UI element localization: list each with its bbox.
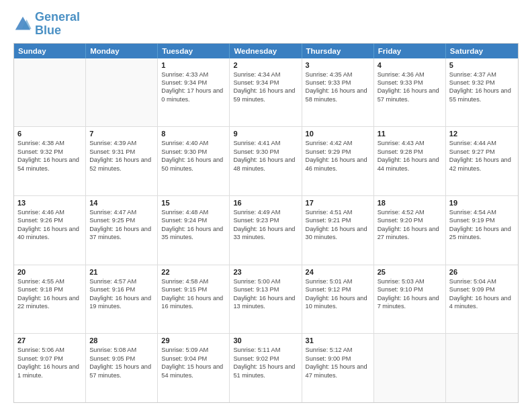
cell-info: Daylight: 16 hours and 46 minutes. [306, 156, 370, 173]
calendar-day-12: 12Sunrise: 4:44 AMSunset: 9:27 PMDayligh… [446, 127, 518, 195]
calendar-day-6: 6Sunrise: 4:38 AMSunset: 9:32 PMDaylight… [14, 127, 86, 195]
cell-info: Daylight: 16 hours and 50 minutes. [161, 156, 226, 173]
day-number: 29 [161, 336, 226, 345]
calendar-day-empty [374, 334, 446, 402]
cell-info: Daylight: 16 hours and 7 minutes. [378, 294, 442, 311]
calendar-day-4: 4Sunrise: 4:36 AMSunset: 9:33 PMDaylight… [374, 58, 446, 127]
cell-info: Sunrise: 4:39 AM [89, 139, 154, 147]
cell-info: Daylight: 16 hours and 44 minutes. [378, 156, 442, 173]
cell-info: Daylight: 16 hours and 33 minutes. [233, 225, 298, 242]
calendar-day-13: 13Sunrise: 4:46 AMSunset: 9:26 PMDayligh… [14, 196, 86, 265]
day-number: 16 [233, 199, 298, 207]
cell-info: Daylight: 16 hours and 52 minutes. [89, 156, 154, 173]
cell-info: Sunset: 9:31 PM [89, 148, 154, 156]
cell-info: Sunset: 9:24 PM [161, 216, 226, 224]
cell-info: Sunset: 9:18 PM [17, 285, 82, 293]
cell-info: Sunset: 9:07 PM [17, 355, 82, 363]
cell-info: Sunset: 9:09 PM [449, 285, 515, 293]
day-number: 28 [89, 336, 154, 345]
cell-info: Sunset: 9:33 PM [306, 79, 370, 87]
calendar-day-23: 23Sunrise: 5:00 AMSunset: 9:13 PMDayligh… [230, 265, 302, 334]
day-number: 1 [161, 61, 226, 69]
cell-info: Daylight: 16 hours and 42 minutes. [449, 156, 515, 173]
cell-info: Sunset: 9:32 PM [449, 79, 515, 87]
header-day-tuesday: Tuesday [158, 44, 230, 58]
cell-info: Daylight: 16 hours and 37 minutes. [89, 225, 154, 242]
cell-info: Sunrise: 4:49 AM [233, 208, 298, 216]
cell-info: Sunrise: 4:44 AM [449, 139, 515, 147]
logo: General Blue [13, 11, 80, 38]
cell-info: Sunset: 9:34 PM [161, 79, 226, 87]
day-number: 27 [17, 336, 82, 345]
day-number: 9 [233, 130, 298, 138]
cell-info: Sunrise: 4:34 AM [233, 71, 298, 79]
day-number: 6 [17, 130, 82, 138]
calendar-day-14: 14Sunrise: 4:47 AMSunset: 9:25 PMDayligh… [86, 196, 158, 265]
calendar-day-29: 29Sunrise: 5:09 AMSunset: 9:04 PMDayligh… [158, 334, 230, 402]
cell-info: Daylight: 15 hours and 47 minutes. [306, 363, 370, 379]
cell-info: Daylight: 16 hours and 22 minutes. [17, 294, 82, 311]
calendar-week-1: 1Sunrise: 4:33 AMSunset: 9:34 PMDaylight… [14, 58, 518, 128]
cell-info: Sunrise: 4:43 AM [378, 139, 442, 147]
day-number: 2 [233, 61, 298, 69]
calendar-week-3: 13Sunrise: 4:46 AMSunset: 9:26 PMDayligh… [14, 196, 518, 265]
day-number: 30 [233, 336, 298, 345]
cell-info: Sunset: 9:04 PM [161, 355, 226, 363]
day-number: 31 [306, 336, 370, 345]
cell-info: Sunrise: 4:55 AM [17, 277, 82, 285]
cell-info: Sunrise: 4:38 AM [17, 139, 82, 147]
day-number: 23 [233, 268, 298, 276]
calendar-day-16: 16Sunrise: 4:49 AMSunset: 9:23 PMDayligh… [230, 196, 302, 265]
calendar-day-empty [86, 58, 158, 127]
day-number: 7 [89, 130, 154, 138]
cell-info: Daylight: 16 hours and 1 minute. [17, 363, 82, 379]
cell-info: Daylight: 16 hours and 55 minutes. [449, 87, 515, 103]
page: General Blue SundayMondayTuesdayWednesda… [0, 0, 532, 411]
calendar-day-24: 24Sunrise: 5:01 AMSunset: 9:12 PMDayligh… [302, 265, 374, 334]
calendar-day-17: 17Sunrise: 4:51 AMSunset: 9:21 PMDayligh… [302, 196, 374, 265]
header-day-saturday: Saturday [446, 44, 518, 58]
calendar: SundayMondayTuesdayWednesdayThursdayFrid… [13, 43, 519, 403]
cell-info: Daylight: 16 hours and 16 minutes. [161, 294, 226, 311]
calendar-day-empty [446, 334, 518, 402]
cell-info: Daylight: 16 hours and 4 minutes. [449, 294, 515, 311]
calendar-day-empty [14, 58, 86, 127]
cell-info: Daylight: 17 hours and 0 minutes. [161, 87, 226, 103]
cell-info: Daylight: 16 hours and 30 minutes. [306, 225, 370, 242]
cell-info: Sunrise: 5:12 AM [306, 346, 370, 354]
calendar-week-5: 27Sunrise: 5:06 AMSunset: 9:07 PMDayligh… [14, 334, 518, 402]
cell-info: Daylight: 15 hours and 54 minutes. [161, 363, 226, 379]
day-number: 20 [17, 268, 82, 276]
calendar-day-25: 25Sunrise: 5:03 AMSunset: 9:10 PMDayligh… [374, 265, 446, 334]
cell-info: Sunset: 9:30 PM [233, 148, 298, 156]
cell-info: Sunset: 9:00 PM [306, 355, 370, 363]
cell-info: Sunrise: 4:52 AM [378, 208, 442, 216]
calendar-day-3: 3Sunrise: 4:35 AMSunset: 9:33 PMDaylight… [302, 58, 374, 127]
calendar-day-5: 5Sunrise: 4:37 AMSunset: 9:32 PMDaylight… [446, 58, 518, 127]
calendar-day-8: 8Sunrise: 4:40 AMSunset: 9:30 PMDaylight… [158, 127, 230, 195]
day-number: 3 [306, 61, 370, 69]
cell-info: Sunset: 9:23 PM [233, 216, 298, 224]
calendar-day-21: 21Sunrise: 4:57 AMSunset: 9:16 PMDayligh… [86, 265, 158, 334]
cell-info: Sunrise: 4:47 AM [89, 208, 154, 216]
cell-info: Daylight: 16 hours and 57 minutes. [378, 87, 442, 103]
cell-info: Sunset: 9:27 PM [449, 148, 515, 156]
cell-info: Daylight: 16 hours and 58 minutes. [306, 87, 370, 103]
day-number: 13 [17, 199, 82, 207]
calendar-day-18: 18Sunrise: 4:52 AMSunset: 9:20 PMDayligh… [374, 196, 446, 265]
calendar-day-22: 22Sunrise: 4:58 AMSunset: 9:15 PMDayligh… [158, 265, 230, 334]
header-day-friday: Friday [374, 44, 446, 58]
cell-info: Sunset: 9:26 PM [17, 216, 82, 224]
cell-info: Sunrise: 4:42 AM [306, 139, 370, 147]
cell-info: Sunrise: 4:41 AM [233, 139, 298, 147]
cell-info: Daylight: 16 hours and 54 minutes. [17, 156, 82, 173]
day-number: 24 [306, 268, 370, 276]
logo-text: General Blue [35, 11, 80, 38]
cell-info: Sunrise: 5:04 AM [449, 277, 515, 285]
cell-info: Sunset: 9:16 PM [89, 285, 154, 293]
day-number: 11 [378, 130, 442, 138]
day-number: 18 [378, 199, 442, 207]
cell-info: Sunset: 9:13 PM [233, 285, 298, 293]
cell-info: Sunrise: 5:09 AM [161, 346, 226, 354]
calendar-day-26: 26Sunrise: 5:04 AMSunset: 9:09 PMDayligh… [446, 265, 518, 334]
